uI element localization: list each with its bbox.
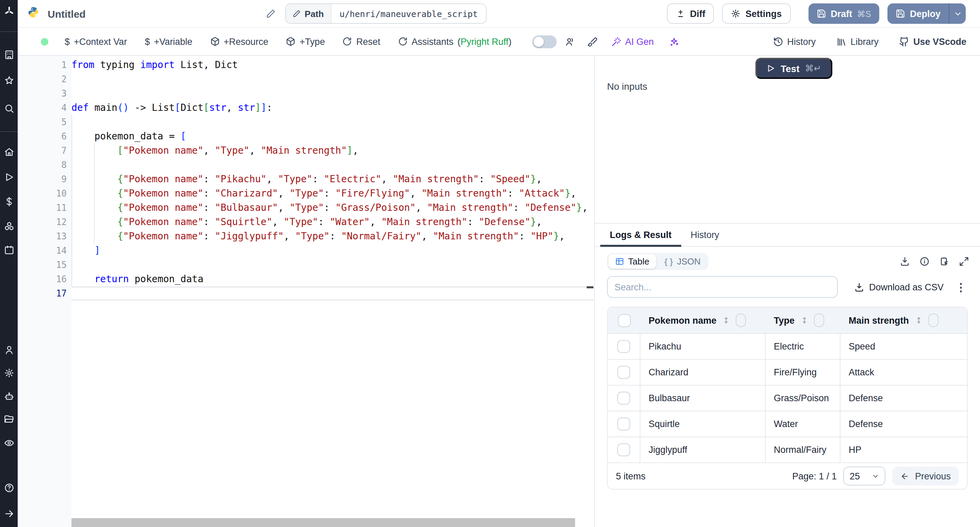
line-number: 17 — [18, 286, 67, 300]
clipboard-copy-icon[interactable] — [939, 256, 950, 267]
sidebar-item-runs[interactable] — [0, 169, 18, 185]
sort-icon[interactable] — [800, 316, 808, 324]
sidebar-item-search[interactable] — [0, 100, 18, 116]
sidebar-item-workers[interactable] — [0, 388, 18, 405]
code-text: {"Pokemon name": "Charizard", "Type": "F… — [67, 186, 576, 201]
windmill-logo-icon[interactable] — [0, 5, 18, 17]
tab-logs-result[interactable]: Logs & Result — [600, 224, 681, 247]
row-checkbox[interactable] — [617, 340, 630, 353]
code-line[interactable]: 4def main() -> List[Dict[str, str]]: — [18, 101, 594, 115]
sidebar-item-resources[interactable] — [0, 217, 18, 234]
test-button[interactable]: Test ⌘↵ — [756, 58, 832, 79]
draft-button[interactable]: Draft ⌘S — [808, 3, 879, 24]
ai-sparkles-button[interactable] — [669, 37, 679, 47]
sidebar-item-workspace[interactable] — [0, 46, 18, 63]
sidebar-item-schedules[interactable] — [0, 241, 18, 258]
settings-button[interactable]: Settings — [722, 3, 791, 24]
page-size-select[interactable]: 25 — [843, 467, 886, 486]
previous-page-button[interactable]: Previous — [892, 467, 959, 486]
sidebar-item-settings[interactable] — [0, 365, 18, 381]
multiplayer-button[interactable] — [565, 37, 575, 47]
sidebar-item-help[interactable] — [0, 479, 18, 496]
ai-gen-button[interactable]: AI Gen — [611, 37, 654, 47]
table-row: JigglypuffNormal/FairyHP — [608, 437, 967, 463]
more-options-button[interactable]: ⋮ — [956, 281, 973, 294]
sidebar — [0, 0, 18, 527]
sidebar-item-favorites[interactable] — [0, 72, 18, 88]
vscode-button[interactable]: Use VScode — [899, 37, 966, 47]
code-line[interactable]: 15 — [18, 258, 594, 272]
column-filter-pill[interactable] — [814, 313, 824, 327]
expand-icon[interactable] — [959, 256, 969, 267]
row-checkbox[interactable] — [617, 443, 630, 456]
sidebar-item-user[interactable] — [0, 341, 18, 358]
add-type-button[interactable]: +Type — [286, 37, 325, 47]
edit-pencil-icon[interactable] — [266, 9, 275, 18]
sidebar-item-variables[interactable] — [0, 193, 18, 210]
code-line[interactable]: 8 — [18, 158, 594, 172]
code-line[interactable]: 13 {"Pokemon name": "Jigglypuff", "Type"… — [18, 229, 594, 243]
add-context-var-button[interactable]: $ +Context Var — [65, 37, 127, 47]
select-all-checkbox[interactable] — [617, 314, 630, 327]
code-line[interactable]: 16 return pokemon_data — [18, 272, 594, 286]
column-filter-pill[interactable] — [736, 313, 746, 327]
multiplayer-toggle[interactable] — [532, 35, 556, 48]
table-cell: Defense — [840, 386, 967, 411]
code-text: def main() -> List[Dict[str, str]]: — [67, 101, 272, 115]
code-line[interactable]: 14 ] — [18, 243, 594, 258]
assistants-button[interactable]: Assistants (Pyright Ruff) — [398, 37, 511, 47]
code-line[interactable]: 6 pokemon_data = [ — [18, 129, 594, 143]
code-editor[interactable]: 1from typing import List, Dict234def mai… — [18, 56, 594, 527]
diff-button[interactable]: Diff — [667, 3, 714, 24]
row-checkbox[interactable] — [617, 392, 630, 405]
history-button[interactable]: History — [773, 37, 816, 47]
code-line[interactable]: 2 — [18, 72, 594, 86]
view-json-option[interactable]: { } JSON — [657, 254, 708, 268]
deploy-dropdown-button[interactable] — [949, 3, 966, 24]
line-number: 3 — [18, 86, 67, 101]
wand-icon — [611, 37, 621, 47]
line-number: 6 — [18, 129, 67, 143]
editor-horizontal-scrollbar[interactable] — [72, 518, 575, 527]
sidebar-item-audit-logs[interactable] — [0, 435, 18, 451]
result-search-input[interactable] — [607, 276, 838, 298]
info-icon[interactable] — [920, 256, 930, 267]
library-button[interactable]: Library — [836, 37, 878, 47]
sidebar-item-folders[interactable] — [0, 411, 18, 427]
download-csv-button[interactable]: Download as CSV — [854, 282, 943, 292]
right-panel: Test ⌘↵ No inputs Logs & Result History — [594, 56, 980, 527]
code-line[interactable]: 11 {"Pokemon name": "Bulbasaur", "Type":… — [18, 201, 594, 215]
code-line[interactable]: 5 — [18, 115, 594, 129]
format-button[interactable] — [587, 37, 597, 47]
download-result-icon[interactable] — [900, 256, 910, 267]
code-line[interactable]: 1from typing import List, Dict — [18, 58, 594, 72]
code-line[interactable]: 7 ["Pokemon name", "Type", "Main strengt… — [18, 143, 594, 158]
tab-history[interactable]: History — [681, 224, 729, 247]
view-table-option[interactable]: Table — [608, 254, 656, 268]
code-line[interactable]: 12 {"Pokemon name": "Squirtle", "Type": … — [18, 215, 594, 229]
table-header-row: Pokemon name Type Ma — [608, 307, 967, 334]
dollar-icon: $ — [65, 37, 70, 47]
column-filter-pill[interactable] — [928, 313, 938, 327]
sidebar-item-home[interactable] — [0, 143, 18, 160]
code-line[interactable]: 3 — [18, 86, 594, 101]
sort-icon[interactable] — [722, 316, 730, 324]
script-path-field[interactable]: Path u/henri/maneuverable_script — [285, 3, 487, 24]
eye-icon — [4, 438, 14, 448]
chevron-down-icon — [872, 472, 880, 480]
draft-shortcut: ⌘S — [857, 8, 871, 19]
add-variable-button[interactable]: $ +Variable — [145, 37, 192, 47]
sort-icon[interactable] — [914, 316, 923, 324]
sidebar-item-expand[interactable] — [0, 505, 18, 522]
path-value[interactable]: u/henri/maneuverable_script — [331, 4, 486, 23]
row-checkbox[interactable] — [617, 417, 630, 430]
add-resource-button[interactable]: +Resource — [210, 37, 268, 47]
deploy-button[interactable]: Deploy — [888, 3, 949, 24]
code-line[interactable]: 9 {"Pokemon name": "Pikachu", "Type": "E… — [18, 172, 594, 186]
save-icon — [816, 9, 826, 18]
table-cell: Electric — [765, 334, 840, 359]
reset-button[interactable]: Reset — [343, 37, 380, 47]
test-label: Test — [781, 63, 800, 74]
code-line[interactable]: 10 {"Pokemon name": "Charizard", "Type":… — [18, 186, 594, 201]
row-checkbox[interactable] — [617, 366, 630, 379]
